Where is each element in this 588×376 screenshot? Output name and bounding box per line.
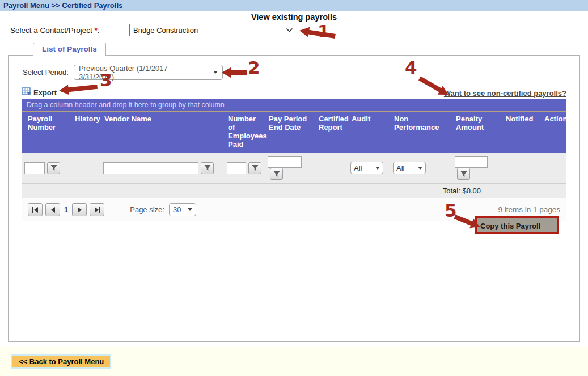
dropdown-arrow-icon: [418, 167, 422, 170]
payrolls-grid: Drag a column header and drop it here to…: [22, 99, 566, 221]
previous-page-button[interactable]: [45, 203, 60, 216]
page-size-value: 30: [173, 205, 181, 214]
page-size-label: Page size:: [130, 205, 164, 214]
period-select[interactable]: Previous Quarter (1/1/2017 - 3/31/2017): [74, 65, 223, 80]
first-page-button[interactable]: [28, 203, 43, 216]
table-header-row: Payroll NumberHistoryVendor NameNumber o…: [22, 112, 566, 154]
filter-icon[interactable]: [270, 168, 283, 180]
column-header-vendor-name[interactable]: Vendor Name: [101, 112, 225, 154]
current-page-number[interactable]: 1: [64, 205, 68, 214]
export-label: Export: [33, 88, 57, 97]
contact-project-select[interactable]: Bridge Construction: [129, 24, 297, 36]
contact-project-label-text: Select a Contact/Project: [10, 26, 95, 35]
back-to-payroll-menu-button[interactable]: << Back to Payroll Menu: [11, 354, 111, 369]
column-header-number-of-employees-paid[interactable]: Number of Employees Paid: [225, 112, 265, 154]
filter-icon[interactable]: [47, 162, 60, 174]
page-title: View existing payrolls: [0, 12, 588, 22]
period-value: Previous Quarter (1/1/2017 - 3/31/2017): [79, 64, 209, 81]
tools-row: Export Want to see non-certified payroll…: [22, 87, 566, 98]
vendor-name-filter-input[interactable]: [103, 162, 198, 174]
copy-payroll-tooltip[interactable]: Copy this Payroll: [475, 216, 559, 234]
last-page-button[interactable]: [90, 203, 104, 216]
next-page-button[interactable]: [72, 203, 87, 216]
page-size-select[interactable]: 30: [169, 203, 196, 216]
column-header-penalty-amount[interactable]: Penalty Amount: [452, 112, 502, 154]
payrolls-table: Payroll NumberHistoryVendor NameNumber o…: [22, 111, 566, 183]
filter-row: All All: [22, 153, 566, 183]
non-performance-filter-value: All: [396, 164, 404, 172]
dropdown-arrow-icon: [188, 208, 192, 211]
pay-period-filter-input[interactable]: [268, 156, 302, 168]
tab-list-of-payrolls[interactable]: List of Payrolls: [33, 43, 106, 56]
filter-icon[interactable]: [201, 162, 214, 174]
column-header-notified[interactable]: Notified: [502, 112, 541, 154]
dropdown-arrow-icon: [213, 71, 218, 74]
column-header-non-performance[interactable]: Non Performance: [391, 112, 452, 154]
total-row: Total: $0.00: [22, 183, 566, 198]
period-row: Select Period: Previous Quarter (1/1/201…: [23, 65, 579, 80]
contact-project-row: Select a Contact/Project *: Bridge Const…: [10, 24, 588, 36]
list-of-payrolls-panel: List of Payrolls Select Period: Previous…: [8, 55, 580, 342]
filter-icon[interactable]: [457, 168, 470, 180]
non-performance-filter-select[interactable]: All: [393, 162, 426, 174]
breadcrumb: Payroll Menu >> Certified Payrolls: [0, 0, 588, 11]
export-link[interactable]: Export: [22, 87, 57, 98]
non-certified-payrolls-link[interactable]: Want to see non-certified payrolls?: [444, 89, 566, 98]
items-summary: 9 items in 1 pages: [498, 205, 560, 214]
column-header-history[interactable]: History: [71, 112, 101, 154]
employees-filter-input[interactable]: [227, 162, 246, 174]
column-header-payroll-number[interactable]: Payroll Number: [22, 112, 71, 154]
group-by-hint: Drag a column header and drop it here to…: [22, 99, 566, 111]
bottom-bar: << Back to Payroll Menu: [0, 347, 588, 376]
export-excel-icon: [22, 87, 31, 98]
select-period-label: Select Period:: [23, 68, 69, 77]
contact-project-colon: :: [98, 26, 100, 35]
column-header-pay-period-end-date[interactable]: Pay Period End Date: [265, 112, 315, 154]
audit-filter-value: All: [354, 164, 362, 172]
column-header-audit[interactable]: Audit: [348, 112, 391, 154]
column-header-certified-report[interactable]: Certified Report: [315, 112, 348, 154]
penalty-filter-input[interactable]: [455, 156, 488, 168]
filter-icon[interactable]: [248, 162, 261, 174]
column-header-action[interactable]: Action: [541, 112, 566, 154]
payroll-number-filter-input[interactable]: [24, 162, 45, 174]
audit-filter-select[interactable]: All: [350, 162, 383, 174]
dropdown-arrow-icon: [375, 167, 380, 170]
contact-project-label: Select a Contact/Project *:: [10, 26, 129, 35]
contact-project-value: Bridge Construction: [133, 26, 198, 35]
chevron-down-icon: [286, 26, 293, 35]
